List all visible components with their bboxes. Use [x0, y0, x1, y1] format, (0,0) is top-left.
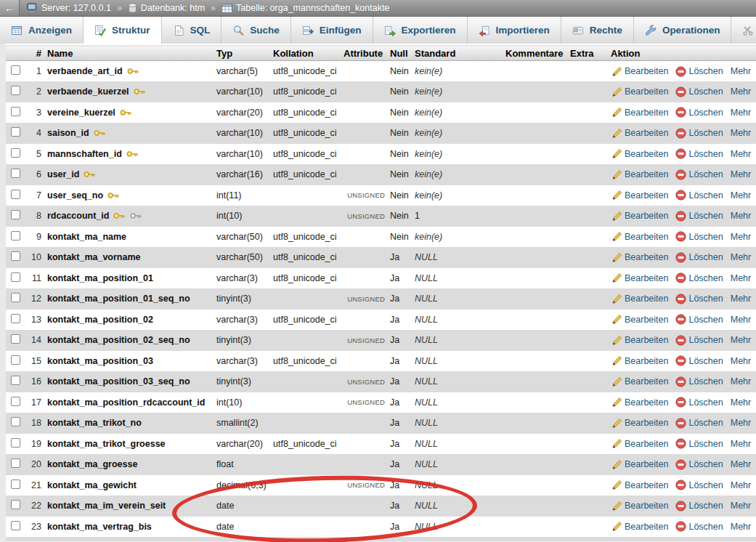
- edit-link[interactable]: Bearbeiten: [611, 314, 668, 325]
- edit-link[interactable]: Bearbeiten: [611, 86, 668, 97]
- drop-link[interactable]: Löschen: [675, 190, 723, 201]
- tab-einf-gen[interactable]: Einfügen: [291, 17, 373, 44]
- tab-struktur[interactable]: Struktur: [84, 17, 162, 44]
- tab-importieren[interactable]: Importieren: [468, 17, 561, 44]
- row-checkbox[interactable]: [11, 355, 20, 365]
- edit-link[interactable]: Bearbeiten: [611, 480, 668, 490]
- more-link[interactable]: Mehr: [731, 522, 751, 532]
- drop-link[interactable]: Löschen: [675, 355, 723, 366]
- row-checkbox[interactable]: [11, 251, 20, 261]
- edit-link[interactable]: Bearbeiten: [611, 418, 668, 429]
- edit-link[interactable]: Bearbeiten: [611, 252, 668, 263]
- edit-link[interactable]: Bearbeiten: [611, 521, 668, 532]
- drop-link[interactable]: Löschen: [675, 521, 723, 532]
- edit-link[interactable]: Bearbeiten: [611, 190, 668, 201]
- row-checkbox[interactable]: [11, 334, 20, 344]
- more-link[interactable]: Mehr: [731, 376, 751, 387]
- edit-link[interactable]: Bearbeiten: [611, 355, 668, 366]
- drop-link[interactable]: Löschen: [675, 335, 723, 346]
- edit-link[interactable]: Bearbeiten: [611, 335, 668, 346]
- breadcrumb-item[interactable]: Server: 127.0.0.1: [27, 3, 111, 13]
- drop-link[interactable]: Löschen: [675, 459, 723, 470]
- row-checkbox[interactable]: [11, 458, 20, 468]
- drop-link[interactable]: Löschen: [675, 66, 723, 77]
- edit-link[interactable]: Bearbeiten: [611, 459, 668, 470]
- drop-link[interactable]: Löschen: [675, 169, 723, 180]
- drop-link[interactable]: Löschen: [675, 107, 723, 118]
- more-link[interactable]: Mehr: [731, 86, 751, 97]
- more-link[interactable]: Mehr: [731, 459, 751, 469]
- more-link[interactable]: Mehr: [731, 108, 751, 118]
- more-link[interactable]: Mehr: [731, 169, 751, 179]
- edit-link[interactable]: Bearbeiten: [611, 148, 668, 159]
- breadcrumb-item[interactable]: Datenbank: htm: [128, 3, 205, 13]
- drop-link[interactable]: Löschen: [675, 86, 723, 97]
- back-button[interactable]: ←: [0, 0, 20, 16]
- tab-exportieren[interactable]: Exportieren: [373, 17, 468, 44]
- edit-link[interactable]: Bearbeiten: [611, 128, 668, 139]
- row-checkbox[interactable]: [11, 480, 20, 489]
- edit-link[interactable]: Bearbeiten: [611, 294, 668, 304]
- row-checkbox[interactable]: [11, 107, 20, 116]
- edit-link[interactable]: Bearbeiten: [611, 107, 668, 118]
- edit-link[interactable]: Bearbeiten: [611, 169, 668, 180]
- more-link[interactable]: Mehr: [731, 335, 751, 345]
- row-checkbox[interactable]: [11, 376, 20, 385]
- edit-link[interactable]: Bearbeiten: [611, 376, 668, 387]
- drop-link[interactable]: Löschen: [675, 272, 723, 283]
- edit-link[interactable]: Bearbeiten: [611, 272, 668, 283]
- row-checkbox[interactable]: [11, 521, 20, 530]
- row-checkbox[interactable]: [11, 417, 20, 426]
- tab-operationen[interactable]: Operationen: [634, 17, 732, 44]
- row-checkbox[interactable]: [11, 231, 20, 240]
- tab-sql[interactable]: SQL: [162, 17, 222, 44]
- row-checkbox[interactable]: [11, 314, 20, 323]
- more-link[interactable]: Mehr: [731, 232, 751, 242]
- edit-link[interactable]: Bearbeiten: [611, 438, 668, 449]
- more-link[interactable]: Mehr: [731, 66, 751, 76]
- drop-link[interactable]: Löschen: [675, 231, 723, 242]
- more-link[interactable]: Mehr: [731, 211, 751, 221]
- row-checkbox[interactable]: [11, 190, 20, 199]
- row-checkbox[interactable]: [11, 438, 20, 448]
- more-link[interactable]: Mehr: [731, 418, 751, 428]
- edit-link[interactable]: Bearbeiten: [611, 231, 668, 242]
- row-checkbox[interactable]: [11, 148, 20, 158]
- row-checkbox[interactable]: [11, 65, 20, 75]
- tab-suche[interactable]: Suche: [221, 17, 291, 44]
- drop-link[interactable]: Löschen: [675, 211, 723, 222]
- more-link[interactable]: Mehr: [731, 128, 751, 138]
- tab-rechte[interactable]: Rechte: [561, 17, 634, 44]
- more-link[interactable]: Mehr: [731, 480, 751, 490]
- edit-link[interactable]: Bearbeiten: [611, 501, 668, 511]
- edit-link[interactable]: Bearbeiten: [611, 211, 668, 222]
- row-checkbox[interactable]: [11, 293, 20, 302]
- tab-trigger[interactable]: Trigger: [731, 17, 756, 44]
- breadcrumb-item[interactable]: Tabelle: orga_mannschaften_kontakte: [221, 3, 389, 13]
- more-link[interactable]: Mehr: [731, 273, 751, 283]
- drop-link[interactable]: Löschen: [675, 148, 723, 159]
- drop-link[interactable]: Löschen: [675, 128, 723, 139]
- drop-link[interactable]: Löschen: [675, 376, 723, 387]
- more-link[interactable]: Mehr: [731, 356, 751, 366]
- more-link[interactable]: Mehr: [731, 315, 751, 325]
- edit-link[interactable]: Bearbeiten: [611, 397, 668, 408]
- row-checkbox[interactable]: [11, 397, 20, 406]
- drop-link[interactable]: Löschen: [675, 480, 723, 490]
- edit-link[interactable]: Bearbeiten: [611, 66, 668, 77]
- tab-anzeigen[interactable]: Anzeigen: [0, 17, 84, 44]
- more-link[interactable]: Mehr: [731, 439, 751, 449]
- drop-link[interactable]: Löschen: [675, 501, 723, 511]
- row-checkbox[interactable]: [11, 127, 20, 137]
- row-checkbox[interactable]: [11, 210, 20, 219]
- drop-link[interactable]: Löschen: [675, 294, 723, 304]
- row-checkbox[interactable]: [11, 169, 20, 178]
- more-link[interactable]: Mehr: [731, 149, 751, 159]
- more-link[interactable]: Mehr: [731, 501, 751, 511]
- more-link[interactable]: Mehr: [731, 190, 751, 201]
- drop-link[interactable]: Löschen: [675, 397, 723, 408]
- row-checkbox[interactable]: [11, 500, 20, 509]
- row-checkbox[interactable]: [11, 86, 20, 95]
- row-checkbox[interactable]: [11, 272, 20, 282]
- drop-link[interactable]: Löschen: [675, 314, 723, 325]
